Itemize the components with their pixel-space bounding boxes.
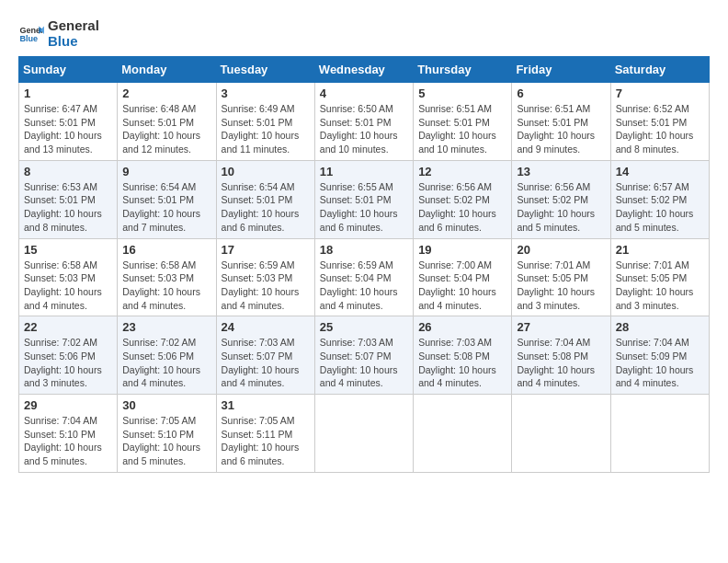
day-number: 29 (24, 398, 112, 412)
day-info: Sunrise: 7:02 AMSunset: 5:06 PMDaylight:… (122, 336, 210, 390)
day-info: Sunrise: 7:01 AMSunset: 5:05 PMDaylight:… (517, 259, 605, 313)
calendar-cell: 24Sunrise: 7:03 AMSunset: 5:07 PMDayligh… (216, 316, 314, 395)
calendar-cell: 7Sunrise: 6:52 AMSunset: 5:01 PMDaylight… (610, 83, 709, 161)
calendar-cell: 20Sunrise: 7:01 AMSunset: 5:05 PMDayligh… (512, 238, 610, 316)
calendar-cell: 17Sunrise: 6:59 AMSunset: 5:03 PMDayligh… (216, 238, 314, 316)
calendar-cell: 14Sunrise: 6:57 AMSunset: 5:02 PMDayligh… (610, 160, 709, 238)
day-number: 9 (122, 165, 210, 178)
calendar-cell: 10Sunrise: 6:54 AMSunset: 5:01 PMDayligh… (216, 160, 314, 238)
calendar-cell: 19Sunrise: 7:00 AMSunset: 5:04 PMDayligh… (414, 238, 512, 316)
calendar-cell: 23Sunrise: 7:02 AMSunset: 5:06 PMDayligh… (118, 316, 216, 395)
calendar-cell (610, 395, 709, 473)
header: General Blue General Blue (18, 18, 710, 49)
weekday-header-saturday: Saturday (610, 57, 709, 83)
calendar-cell: 16Sunrise: 6:58 AMSunset: 5:03 PMDayligh… (118, 238, 216, 316)
calendar-cell: 13Sunrise: 6:56 AMSunset: 5:02 PMDayligh… (512, 160, 610, 238)
day-number: 20 (517, 243, 605, 257)
calendar-cell: 15Sunrise: 6:58 AMSunset: 5:03 PMDayligh… (19, 238, 118, 316)
day-number: 18 (320, 243, 408, 257)
day-info: Sunrise: 7:03 AMSunset: 5:08 PMDaylight:… (418, 336, 506, 390)
calendar-cell: 12Sunrise: 6:56 AMSunset: 5:02 PMDayligh… (414, 160, 512, 238)
day-info: Sunrise: 6:56 AMSunset: 5:02 PMDaylight:… (418, 180, 506, 235)
day-number: 3 (222, 86, 310, 100)
day-info: Sunrise: 7:05 AMSunset: 5:10 PMDaylight:… (122, 414, 210, 468)
day-number: 2 (122, 86, 210, 100)
calendar-cell: 31Sunrise: 7:05 AMSunset: 5:11 PMDayligh… (216, 395, 314, 473)
calendar-cell: 25Sunrise: 7:03 AMSunset: 5:07 PMDayligh… (314, 316, 413, 395)
logo: General Blue General Blue (18, 18, 99, 49)
day-info: Sunrise: 6:56 AMSunset: 5:02 PMDaylight:… (517, 180, 605, 235)
calendar-cell: 4Sunrise: 6:50 AMSunset: 5:01 PMDaylight… (314, 83, 413, 161)
day-number: 19 (418, 243, 506, 257)
calendar-cell (414, 395, 512, 473)
day-number: 11 (320, 165, 408, 178)
day-info: Sunrise: 7:03 AMSunset: 5:07 PMDaylight:… (320, 336, 408, 390)
day-info: Sunrise: 7:04 AMSunset: 5:08 PMDaylight:… (517, 336, 605, 390)
logo-line1: General (48, 18, 99, 34)
day-number: 7 (616, 86, 704, 100)
calendar-cell: 2Sunrise: 6:48 AMSunset: 5:01 PMDaylight… (118, 83, 216, 161)
calendar-cell (314, 395, 413, 473)
calendar-cell (512, 395, 610, 473)
day-info: Sunrise: 6:59 AMSunset: 5:03 PMDaylight:… (222, 259, 310, 313)
calendar-cell: 3Sunrise: 6:49 AMSunset: 5:01 PMDaylight… (216, 83, 314, 161)
day-number: 8 (24, 165, 112, 178)
weekday-header-sunday: Sunday (19, 57, 118, 83)
day-info: Sunrise: 6:48 AMSunset: 5:01 PMDaylight:… (122, 102, 210, 156)
weekday-header-thursday: Thursday (414, 57, 512, 83)
day-number: 14 (616, 165, 704, 178)
day-info: Sunrise: 6:51 AMSunset: 5:01 PMDaylight:… (418, 102, 506, 156)
day-number: 5 (418, 86, 506, 100)
day-number: 24 (222, 320, 310, 334)
day-info: Sunrise: 6:58 AMSunset: 5:03 PMDaylight:… (24, 259, 112, 313)
day-number: 13 (517, 165, 605, 178)
calendar-cell: 1Sunrise: 6:47 AMSunset: 5:01 PMDaylight… (19, 83, 118, 161)
calendar-cell: 21Sunrise: 7:01 AMSunset: 5:05 PMDayligh… (610, 238, 709, 316)
day-info: Sunrise: 6:58 AMSunset: 5:03 PMDaylight:… (122, 259, 210, 313)
calendar-cell: 28Sunrise: 7:04 AMSunset: 5:09 PMDayligh… (610, 316, 709, 395)
day-info: Sunrise: 7:03 AMSunset: 5:07 PMDaylight:… (222, 336, 310, 390)
day-number: 21 (616, 243, 704, 257)
logo-line2: Blue (48, 34, 99, 50)
day-number: 15 (24, 243, 112, 257)
day-number: 6 (517, 86, 605, 100)
calendar-cell: 18Sunrise: 6:59 AMSunset: 5:04 PMDayligh… (314, 238, 413, 316)
day-number: 12 (418, 165, 506, 178)
day-info: Sunrise: 6:51 AMSunset: 5:01 PMDaylight:… (517, 102, 605, 156)
calendar-cell: 27Sunrise: 7:04 AMSunset: 5:08 PMDayligh… (512, 316, 610, 395)
day-info: Sunrise: 6:50 AMSunset: 5:01 PMDaylight:… (320, 102, 408, 156)
day-info: Sunrise: 7:05 AMSunset: 5:11 PMDaylight:… (222, 414, 310, 468)
calendar-cell: 5Sunrise: 6:51 AMSunset: 5:01 PMDaylight… (414, 83, 512, 161)
day-info: Sunrise: 6:53 AMSunset: 5:01 PMDaylight:… (24, 180, 112, 235)
weekday-header-tuesday: Tuesday (216, 57, 314, 83)
calendar-cell: 11Sunrise: 6:55 AMSunset: 5:01 PMDayligh… (314, 160, 413, 238)
day-number: 10 (222, 165, 310, 178)
day-number: 28 (616, 320, 704, 334)
day-info: Sunrise: 7:02 AMSunset: 5:06 PMDaylight:… (24, 336, 112, 390)
calendar-cell: 22Sunrise: 7:02 AMSunset: 5:06 PMDayligh… (19, 316, 118, 395)
day-number: 23 (122, 320, 210, 334)
day-number: 22 (24, 320, 112, 334)
weekday-header-friday: Friday (512, 57, 610, 83)
day-number: 17 (222, 243, 310, 257)
calendar-table: SundayMondayTuesdayWednesdayThursdayFrid… (18, 56, 710, 473)
day-number: 4 (320, 86, 408, 100)
day-info: Sunrise: 6:59 AMSunset: 5:04 PMDaylight:… (320, 259, 408, 313)
day-number: 26 (418, 320, 506, 334)
day-info: Sunrise: 6:54 AMSunset: 5:01 PMDaylight:… (122, 180, 210, 235)
logo-icon: General Blue (18, 21, 44, 47)
day-number: 30 (122, 398, 210, 412)
day-number: 27 (517, 320, 605, 334)
weekday-header-row: SundayMondayTuesdayWednesdayThursdayFrid… (19, 57, 710, 83)
day-info: Sunrise: 6:55 AMSunset: 5:01 PMDaylight:… (320, 180, 408, 235)
calendar-cell: 29Sunrise: 7:04 AMSunset: 5:10 PMDayligh… (19, 395, 118, 473)
weekday-header-wednesday: Wednesday (314, 57, 413, 83)
weekday-header-monday: Monday (118, 57, 216, 83)
day-info: Sunrise: 7:00 AMSunset: 5:04 PMDaylight:… (418, 259, 506, 313)
day-number: 25 (320, 320, 408, 334)
calendar-week-row: 8Sunrise: 6:53 AMSunset: 5:01 PMDaylight… (19, 160, 710, 238)
day-info: Sunrise: 7:04 AMSunset: 5:10 PMDaylight:… (24, 414, 112, 468)
calendar-week-row: 22Sunrise: 7:02 AMSunset: 5:06 PMDayligh… (19, 316, 710, 395)
day-info: Sunrise: 7:04 AMSunset: 5:09 PMDaylight:… (616, 336, 704, 390)
calendar-cell: 26Sunrise: 7:03 AMSunset: 5:08 PMDayligh… (414, 316, 512, 395)
